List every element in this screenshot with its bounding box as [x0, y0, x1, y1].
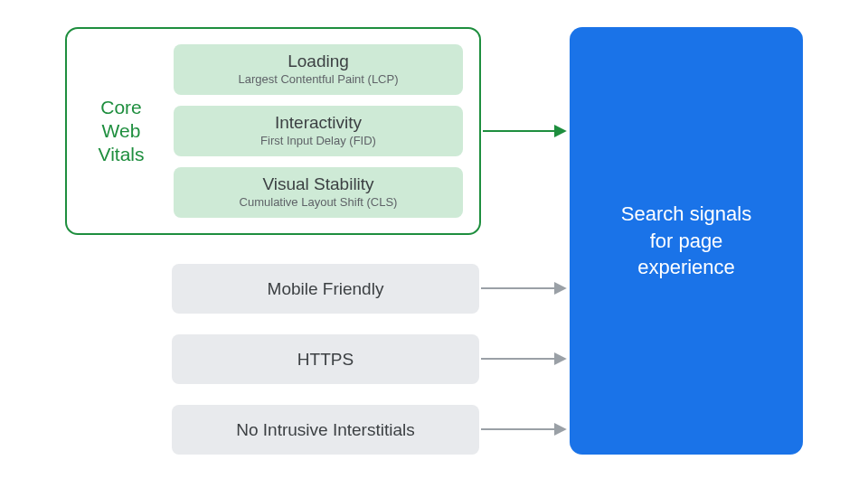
signal-label: HTTPS — [297, 350, 354, 370]
target-line: Search signals — [621, 202, 751, 225]
cwv-label-line: Web — [102, 120, 141, 141]
vital-title: Loading — [183, 52, 454, 71]
target-line: experience — [637, 256, 735, 278]
vital-subtitle: First Input Delay (FID) — [183, 134, 454, 147]
target-text: Search signals for page experience — [621, 201, 751, 281]
core-web-vitals-label: Core Web Vitals — [78, 96, 165, 167]
target-line: for page — [650, 230, 723, 252]
core-web-vitals-items: Loading Largest Contentful Paint (LCP) I… — [174, 44, 463, 218]
cwv-label-line: Vitals — [99, 144, 145, 164]
vital-loading: Loading Largest Contentful Paint (LCP) — [174, 44, 463, 95]
cwv-label-line: Core — [100, 97, 142, 117]
vital-subtitle: Cumulative Layout Shift (CLS) — [183, 195, 454, 209]
core-web-vitals-box: Core Web Vitals Loading Largest Contentf… — [65, 27, 481, 235]
signal-mobile-friendly: Mobile Friendly — [172, 264, 479, 314]
vital-title: Interactivity — [183, 113, 454, 133]
signal-https: HTTPS — [172, 334, 479, 384]
search-signals-target: Search signals for page experience — [570, 27, 803, 455]
vital-title: Visual Stability — [183, 174, 454, 194]
vital-interactivity: Interactivity First Input Delay (FID) — [174, 106, 463, 156]
diagram-stage: Core Web Vitals Loading Largest Contentf… — [0, 0, 868, 488]
signal-label: No Intrusive Interstitials — [236, 420, 414, 440]
vital-subtitle: Largest Contentful Paint (LCP) — [183, 72, 454, 86]
signal-label: Mobile Friendly — [268, 279, 384, 299]
vital-visual-stability: Visual Stability Cumulative Layout Shift… — [174, 167, 463, 218]
signal-no-intrusive-interstitials: No Intrusive Interstitials — [172, 405, 479, 455]
